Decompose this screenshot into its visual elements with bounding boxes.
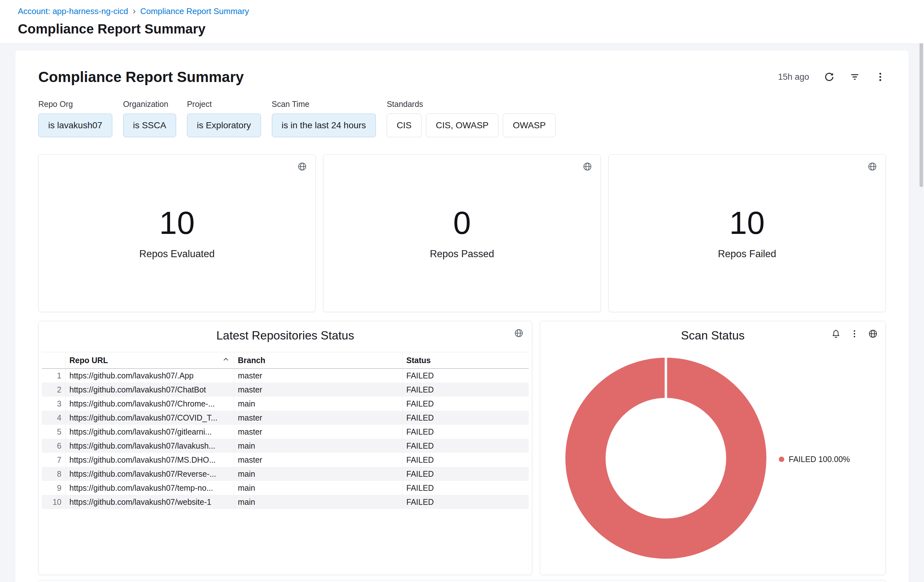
filter-label: Organization (123, 99, 176, 109)
stat-label: Repos Evaluated (139, 248, 215, 260)
globe-icon[interactable] (868, 162, 877, 171)
filter-chip[interactable]: is Exploratory (187, 114, 261, 137)
repo-url-header-label: Repo URL (69, 356, 108, 365)
row-number: 10 (42, 495, 65, 509)
breadcrumb-separator-icon: › (132, 6, 135, 16)
branch-cell: master (234, 453, 403, 467)
filter-group: Project is Exploratory (187, 99, 261, 137)
row-number: 5 (42, 425, 65, 439)
legend-dot (779, 457, 784, 462)
table-row[interactable]: 9 https://github.com/lavakush07/temp-no.… (42, 481, 529, 495)
filter-label: Repo Org (38, 99, 112, 109)
globe-icon[interactable] (514, 328, 523, 338)
status-cell: FAILED (403, 383, 529, 397)
repo-url-cell: https://github.com/lavakush07/COVID_T... (65, 411, 234, 425)
table-row[interactable]: 10 https://github.com/lavakush07/website… (42, 495, 529, 509)
vertical-scrollbar-thumb[interactable] (919, 28, 923, 187)
filter-icon[interactable] (849, 71, 860, 82)
refresh-icon[interactable] (824, 71, 835, 82)
filter-chip[interactable]: is SSCA (123, 114, 176, 137)
globe-icon[interactable] (868, 329, 878, 338)
donut-arc (586, 378, 746, 539)
repo-status-table: Repo URL Branch Status 1 https://githu (42, 352, 529, 509)
branch-cell: main (234, 481, 403, 495)
latest-repositories-card: Latest Repositories Status Repo URL (38, 321, 532, 575)
row-number: 1 (42, 369, 65, 383)
kebab-menu-icon[interactable] (850, 329, 859, 338)
filter-chip[interactable]: CIS, OWASP (426, 114, 498, 137)
scan-status-card: Scan Status (540, 321, 886, 575)
column-header-status[interactable]: Status (403, 352, 529, 369)
breadcrumb-current-link[interactable]: Compliance Report Summary (140, 7, 249, 16)
row-number: 4 (42, 411, 65, 425)
kebab-menu-icon[interactable] (875, 71, 886, 82)
repo-url-cell: https://github.com/lavakush07/.App (65, 369, 234, 383)
bell-icon[interactable] (831, 329, 841, 338)
repo-url-cell: https://github.com/lavakush07/lavakush..… (65, 439, 234, 453)
stat-value: 0 (453, 207, 471, 239)
scan-status-donut-chart[interactable] (565, 358, 766, 559)
filter-chip[interactable]: is lavakush07 (38, 114, 112, 137)
filter-chip[interactable]: is in the last 24 hours (272, 114, 376, 137)
chart-legend-item[interactable]: FAILED 100.00% (779, 455, 850, 464)
status-cell: FAILED (403, 439, 529, 453)
filter-label: Standards (387, 99, 556, 109)
filter-chip[interactable]: CIS (387, 114, 421, 137)
stat-tile: 0 Repos Passed (323, 155, 601, 312)
filter-chip-row: CISCIS, OWASPOWASP (387, 114, 556, 137)
legend-label: FAILED 100.00% (789, 455, 850, 464)
row-number: 9 (42, 481, 65, 495)
table-row[interactable]: 7 https://github.com/lavakush07/MS.DHO..… (42, 453, 529, 467)
bottom-row: Latest Repositories Status Repo URL (38, 321, 886, 575)
table-row[interactable]: 6 https://github.com/lavakush07/lavakush… (42, 439, 529, 453)
table-row[interactable]: 5 https://github.com/lavakush07/gitlearn… (42, 425, 529, 439)
column-header-repo-url[interactable]: Repo URL (65, 352, 234, 369)
status-cell: FAILED (403, 411, 529, 425)
branch-cell: master (234, 425, 403, 439)
branch-cell: main (234, 495, 403, 509)
page-title: Compliance Report Summary (18, 21, 906, 37)
table-row[interactable]: 8 https://github.com/lavakush07/Reverse-… (42, 467, 529, 481)
repo-url-cell: https://github.com/lavakush07/gitlearni.… (65, 425, 234, 439)
column-header-branch[interactable]: Branch (234, 352, 403, 369)
repo-url-cell: https://github.com/lavakush07/ChatBot (65, 383, 234, 397)
stat-value: 10 (159, 207, 195, 239)
dashboard-title: Compliance Report Summary (38, 68, 244, 86)
stat-label: Repos Failed (718, 248, 776, 260)
status-cell: FAILED (403, 481, 529, 495)
sort-ascending-icon (222, 355, 230, 365)
row-number: 3 (42, 397, 65, 411)
table-row[interactable]: 3 https://github.com/lavakush07/Chrome-.… (42, 397, 529, 411)
filter-chip-row: is Exploratory (187, 114, 261, 137)
top-header: Account: app-harness-ng-cicd › Complianc… (0, 0, 924, 43)
table-row[interactable]: 2 https://github.com/lavakush07/ChatBot … (42, 383, 529, 397)
table-header-row: Repo URL Branch Status (42, 352, 529, 369)
globe-icon[interactable] (297, 162, 307, 171)
table-row[interactable]: 4 https://github.com/lavakush07/COVID_T.… (42, 411, 529, 425)
repo-url-cell: https://github.com/lavakush07/Reverse-..… (65, 467, 234, 481)
dashboard-header: Compliance Report Summary 15h ago (38, 68, 886, 86)
stat-tile: 10 Repos Failed (609, 155, 886, 312)
stat-value: 10 (729, 207, 765, 239)
repo-url-cell: https://github.com/lavakush07/MS.DHO... (65, 453, 234, 467)
stat-label: Repos Passed (430, 248, 494, 260)
branch-cell: main (234, 467, 403, 481)
status-cell: FAILED (403, 467, 529, 481)
row-number-header (42, 352, 65, 369)
row-number: 8 (42, 467, 65, 481)
filter-bar: Repo Org is lavakush07 Organization is S… (38, 99, 886, 137)
filter-group: Scan Time is in the last 24 hours (272, 99, 376, 137)
status-cell: FAILED (403, 453, 529, 467)
filter-chip-row: is SSCA (123, 114, 176, 137)
row-number: 6 (42, 439, 65, 453)
status-cell: FAILED (403, 397, 529, 411)
branch-cell: master (234, 383, 403, 397)
table-row[interactable]: 1 https://github.com/lavakush07/.App mas… (42, 369, 529, 383)
filter-chip[interactable]: OWASP (503, 114, 556, 137)
repo-url-cell: https://github.com/lavakush07/temp-no... (65, 481, 234, 495)
donut-slice-divider (665, 358, 667, 398)
filter-label: Scan Time (272, 99, 376, 109)
branch-cell: main (234, 439, 403, 453)
globe-icon[interactable] (582, 162, 592, 171)
breadcrumb-account-link[interactable]: Account: app-harness-ng-cicd (18, 7, 128, 16)
